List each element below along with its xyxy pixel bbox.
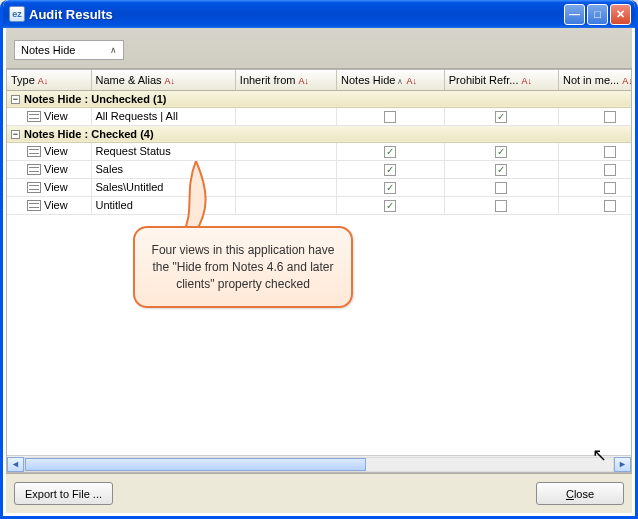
audit-results-window: ez Audit Results — □ ✕ Notes Hide ∧ Type… xyxy=(0,0,638,519)
col-inherit[interactable]: Inherit fromA↓ xyxy=(235,70,336,90)
prohibit-checkbox: ✓ xyxy=(495,146,507,158)
notinme-checkbox xyxy=(604,146,616,158)
group-label: Notes Hide : Unchecked (1) xyxy=(24,93,166,105)
close-button[interactable]: Close xyxy=(536,482,624,505)
bottom-bar: Export to File ... Close xyxy=(6,473,632,513)
view-icon xyxy=(27,111,41,122)
close-window-button[interactable]: ✕ xyxy=(610,4,631,25)
table-row[interactable]: ViewUntitled✓ xyxy=(7,196,631,214)
app-icon: ez xyxy=(9,6,25,22)
col-prohibit[interactable]: Prohibit Refr...A↓ xyxy=(444,70,558,90)
col-name[interactable]: Name & AliasA↓ xyxy=(91,70,235,90)
maximize-button[interactable]: □ xyxy=(587,4,608,25)
horizontal-scrollbar[interactable]: ◄ ► xyxy=(7,455,631,472)
sort-icon: A↓ xyxy=(38,76,49,86)
col-type[interactable]: TypeA↓ xyxy=(7,70,91,90)
callout-text: Four views in this application have the … xyxy=(152,243,335,291)
scroll-thumb[interactable] xyxy=(25,458,366,471)
scroll-right-button[interactable]: ► xyxy=(614,457,631,472)
sort-icon: A↓ xyxy=(298,76,309,86)
groupby-dropdown[interactable]: Notes Hide ∧ xyxy=(14,40,124,60)
table-row[interactable]: ViewRequest Status✓✓ xyxy=(7,142,631,160)
group-label: Notes Hide : Checked (4) xyxy=(24,128,154,140)
notinme-checkbox xyxy=(604,182,616,194)
name-label: Untitled xyxy=(96,199,133,211)
toolbar: Notes Hide ∧ xyxy=(6,28,632,69)
chevron-up-icon: ∧ xyxy=(110,45,117,55)
table-row[interactable]: ViewAll Requests | All✓ xyxy=(7,107,631,125)
sort-icon: A↓ xyxy=(622,76,631,86)
app-icon-text: ez xyxy=(12,9,22,19)
name-label: Request Status xyxy=(96,145,171,157)
prohibit-checkbox xyxy=(495,200,507,212)
group-header[interactable]: −Notes Hide : Checked (4) xyxy=(7,125,631,142)
type-label: View xyxy=(44,181,68,193)
sort-icon: A↓ xyxy=(165,76,176,86)
name-label: All Requests | All xyxy=(96,110,178,122)
notinme-checkbox xyxy=(604,200,616,212)
notinme-checkbox xyxy=(604,111,616,123)
scroll-left-button[interactable]: ◄ xyxy=(7,457,24,472)
prohibit-checkbox: ✓ xyxy=(495,111,507,123)
prohibit-checkbox: ✓ xyxy=(495,164,507,176)
scroll-track[interactable] xyxy=(24,457,614,472)
annotation-callout: Four views in this application have the … xyxy=(133,226,353,308)
col-notinme[interactable]: Not in me...A↓ xyxy=(558,70,631,90)
titlebar[interactable]: ez Audit Results — □ ✕ xyxy=(3,0,635,28)
export-button[interactable]: Export to File ... xyxy=(14,482,113,505)
chevron-up-icon: ∧ xyxy=(397,77,403,86)
groupby-dropdown-value: Notes Hide xyxy=(21,44,75,56)
noteshide-checkbox: ✓ xyxy=(384,146,396,158)
view-icon xyxy=(27,164,41,175)
sort-icon: A↓ xyxy=(521,76,532,86)
mouse-cursor-icon: ↖ xyxy=(592,444,607,466)
group-header[interactable]: −Notes Hide : Unchecked (1) xyxy=(7,90,631,107)
type-label: View xyxy=(44,145,68,157)
name-label: Sales xyxy=(96,163,124,175)
noteshide-checkbox: ✓ xyxy=(384,164,396,176)
type-label: View xyxy=(44,110,68,122)
header-row: TypeA↓ Name & AliasA↓ Inherit fromA↓ Not… xyxy=(7,70,631,90)
collapse-icon[interactable]: − xyxy=(11,95,20,104)
table-row[interactable]: ViewSales\Untitled✓ xyxy=(7,178,631,196)
noteshide-checkbox xyxy=(384,111,396,123)
type-label: View xyxy=(44,199,68,211)
window-title: Audit Results xyxy=(29,7,564,22)
view-icon xyxy=(27,200,41,211)
prohibit-checkbox xyxy=(495,182,507,194)
collapse-icon[interactable]: − xyxy=(11,130,20,139)
view-icon xyxy=(27,182,41,193)
sort-icon: A↓ xyxy=(406,76,417,86)
notinme-checkbox xyxy=(604,164,616,176)
window-buttons: — □ ✕ xyxy=(564,4,631,25)
table-row[interactable]: ViewSales✓✓ xyxy=(7,160,631,178)
results-table: TypeA↓ Name & AliasA↓ Inherit fromA↓ Not… xyxy=(7,70,631,215)
view-icon xyxy=(27,146,41,157)
name-label: Sales\Untitled xyxy=(96,181,164,193)
noteshide-checkbox: ✓ xyxy=(384,182,396,194)
col-noteshide[interactable]: Notes Hide∧A↓ xyxy=(337,70,445,90)
minimize-button[interactable]: — xyxy=(564,4,585,25)
type-label: View xyxy=(44,163,68,175)
noteshide-checkbox: ✓ xyxy=(384,200,396,212)
